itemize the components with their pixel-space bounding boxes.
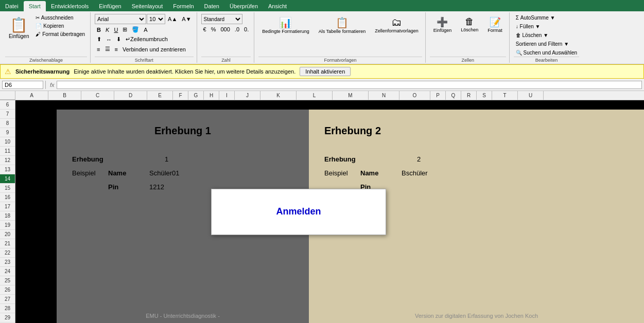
align-middle-button[interactable]: ↔	[104, 35, 114, 44]
increase-decimal-button[interactable]: .0	[233, 25, 241, 33]
app-container: Datei Start Entwicklertools Einfügen Sei…	[0, 0, 644, 323]
tab-ansicht[interactable]: Ansicht	[263, 1, 292, 11]
decrease-decimal-button[interactable]: 0.	[242, 25, 251, 33]
security-bar: ⚠ Sicherheitswarnung Einige aktive Inhal…	[0, 64, 644, 79]
row-16: 16	[0, 193, 15, 202]
thousands-button[interactable]: 000	[218, 25, 232, 33]
col-f: F	[173, 91, 188, 100]
tab-datei[interactable]: Datei	[0, 1, 24, 11]
cells-label: Zellen	[430, 57, 506, 63]
find-select-button[interactable]: 🔍 Suchen und Auswählen	[514, 49, 579, 57]
col-e: E	[147, 91, 173, 100]
format-painter-button[interactable]: 🖌 Format übertragen	[33, 30, 87, 38]
number-format-select[interactable]: Standard	[201, 14, 242, 24]
warning-icon: ⚠	[5, 67, 11, 76]
security-title: Sicherheitswarnung	[15, 68, 69, 75]
align-bottom-button[interactable]: ⬇	[114, 35, 123, 44]
clear-button[interactable]: 🗑 Löschen ▼	[514, 31, 550, 39]
row-22: 22	[0, 248, 15, 258]
left-erhebung-label: Erhebung	[72, 155, 134, 163]
anmelden-button[interactable]: Anmelden	[276, 206, 321, 217]
formula-bar: fx	[0, 79, 644, 91]
underline-button[interactable]: U	[112, 26, 120, 34]
align-right-button[interactable]: ≡	[113, 45, 120, 53]
align-row: ⬆ ↔ ⬇ ↵Zeilenumbruch	[95, 35, 170, 44]
row-17: 17	[0, 202, 15, 211]
row-15: 15	[0, 184, 15, 193]
paste-button[interactable]: 📋 Einfügen	[5, 14, 32, 45]
tab-seitenlayout[interactable]: Seitenlayout	[127, 1, 168, 11]
tab-daten[interactable]: Daten	[199, 1, 224, 11]
col-s: S	[477, 91, 492, 100]
left-name-label: Name	[108, 169, 139, 177]
tab-ueberpruefen[interactable]: Überprüfen	[224, 1, 263, 11]
delete-cells-button[interactable]: 🗑 Löschen	[457, 14, 482, 45]
clipboard-group: 📋 Einfügen ✂ Ausschneiden 📄 Kopieren 🖌 F…	[2, 12, 91, 63]
cell-reference-box[interactable]	[2, 81, 43, 89]
merge-center-button[interactable]: Verbinden und zentrieren	[120, 45, 188, 53]
increase-font-button[interactable]: A▲	[166, 15, 179, 23]
wrap-text-button[interactable]: ↵Zeilenumbruch	[124, 35, 170, 44]
percent-button[interactable]: %	[209, 25, 218, 33]
clipboard-label: Zwischenablage	[5, 57, 87, 63]
row-25: 25	[0, 276, 15, 285]
insert-cells-button[interactable]: ➕ Einfügen	[430, 14, 456, 45]
currency-button[interactable]: €	[201, 25, 208, 33]
align-row2: ≡ ☰ ≡ Verbinden und zentrieren	[95, 45, 188, 53]
conditional-formatting-button[interactable]: 📊 Bedingte Formatierung	[258, 14, 313, 45]
tab-start[interactable]: Start	[24, 1, 46, 11]
paste-label: Einfügen	[9, 33, 29, 39]
tab-formeln[interactable]: Formeln	[168, 1, 199, 11]
font-color-button[interactable]: A	[142, 26, 149, 34]
sort-filter-button[interactable]: Sortieren und Filtern ▼	[514, 40, 571, 48]
align-left-button[interactable]: ≡	[95, 45, 102, 53]
row-24: 24	[0, 267, 15, 276]
font-size-select[interactable]: 10	[147, 14, 165, 24]
rows-area: 6 7 8 9 10 11 12 13 14 15 16 17 18 19 20…	[0, 100, 644, 323]
copy-button[interactable]: 📄 Kopieren	[33, 22, 87, 30]
cells-area[interactable]: Erhebung 1 Erhebung 1 Beispiel Name Schü…	[15, 100, 644, 323]
format-cells-button[interactable]: 📝 Format	[484, 14, 506, 45]
autosum-button[interactable]: Σ AutoSumme ▼	[514, 14, 558, 22]
modal-dialog: Anmelden	[211, 189, 386, 235]
ribbon-body: 📋 Einfügen ✂ Ausschneiden 📄 Kopieren 🖌 F…	[0, 11, 644, 64]
row-21: 21	[0, 239, 15, 248]
corner-cell	[0, 91, 15, 100]
cell-styles-button[interactable]: 🗂 Zellenformatvorlagen	[371, 14, 422, 45]
border-button[interactable]: ⊞	[120, 25, 129, 34]
paste-icon: 📋	[10, 16, 28, 33]
tab-entwicklertools[interactable]: Entwicklertools	[46, 1, 94, 11]
cell-styles-icon: 🗂	[391, 16, 402, 28]
left-name-value: Schüler01	[149, 169, 180, 177]
number-label: Zahl	[201, 57, 251, 63]
decrease-font-button[interactable]: A▼	[180, 15, 193, 23]
row-23: 23	[0, 258, 15, 267]
col-h: H	[204, 91, 219, 100]
col-c: C	[81, 91, 114, 100]
cut-button[interactable]: ✂ Ausschneiden	[33, 14, 87, 22]
clipboard-small-btns: ✂ Ausschneiden 📄 Kopieren 🖌 Format übert…	[33, 14, 87, 38]
activate-content-button[interactable]: Inhalt aktivieren	[300, 67, 351, 76]
bold-button[interactable]: B	[95, 26, 103, 34]
fill-color-button[interactable]: 🪣	[130, 25, 141, 34]
insert-icon: ➕	[437, 16, 448, 28]
format-as-table-button[interactable]: 📋 Als Tabelle formatieren	[315, 14, 369, 45]
italic-button[interactable]: K	[103, 26, 111, 34]
styles-label: Formatvorlagen	[258, 57, 422, 63]
row-10: 10	[0, 137, 15, 147]
tab-einfuegen[interactable]: Einfügen	[94, 1, 126, 11]
row-28: 28	[0, 304, 15, 313]
col-q: Q	[446, 91, 461, 100]
col-p: P	[430, 91, 446, 100]
align-top-button[interactable]: ⬆	[95, 35, 103, 44]
align-center-button[interactable]: ☰	[103, 45, 112, 53]
number-group: Standard € % 000 .0 0. Zahl	[198, 12, 255, 63]
ribbon-tabs: Datei Start Entwicklertools Einfügen Sei…	[0, 0, 644, 11]
fill-button[interactable]: ↓ Füllen ▼	[514, 23, 543, 30]
formula-input[interactable]	[57, 81, 642, 89]
font-family-select[interactable]: Arial	[95, 14, 146, 24]
editing-group: Σ AutoSumme ▼ ↓ Füllen ▼ 🗑 Löschen ▼ Sor…	[511, 12, 582, 63]
left-pin-label: Pin	[108, 183, 139, 191]
col-g: G	[188, 91, 204, 100]
col-b: B	[48, 91, 81, 100]
